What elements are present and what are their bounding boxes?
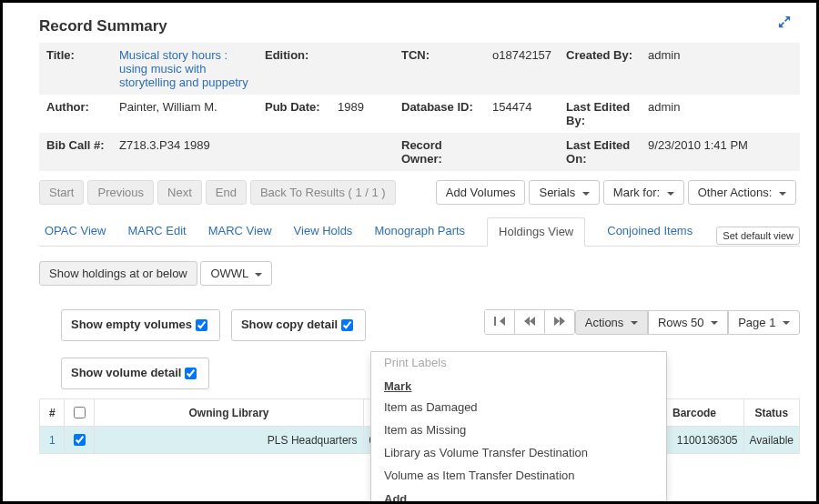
edition-label: Edition: [258, 43, 330, 95]
col-num-header[interactable]: # [40, 399, 65, 427]
caret-down-icon [779, 192, 786, 196]
caret-down-icon [631, 321, 638, 325]
col-select-all[interactable] [65, 399, 95, 427]
show-copy-detail-checkbox[interactable] [341, 319, 353, 331]
show-copy-detail-toggle[interactable]: Show copy detail [231, 309, 366, 341]
page-next-button[interactable] [545, 310, 574, 334]
row-select-checkbox[interactable] [74, 434, 86, 446]
dbid-value: 154474 [485, 95, 559, 133]
record-nav-group: Start Previous Next End Back To Results … [39, 180, 399, 205]
lastedit-by-value: admin [641, 95, 800, 133]
menu-item-lib-vol-xfer[interactable]: Library as Volume Transfer Destination [371, 441, 666, 464]
grid-pager [484, 309, 575, 335]
created-by-value: admin [641, 43, 800, 95]
other-actions-dropdown[interactable]: Other Actions: [688, 180, 796, 205]
previous-button[interactable]: Previous [87, 180, 154, 205]
created-by-label: Created By: [559, 43, 641, 95]
show-empty-volumes-checkbox[interactable] [196, 319, 207, 331]
prev-icon [524, 317, 535, 326]
record-owner-value [485, 133, 559, 171]
menu-header-add: Add [371, 487, 666, 504]
mark-for-dropdown[interactable]: Mark for: [603, 180, 684, 205]
record-action-group: Add Volumes Serials Mark for: Other Acti… [436, 180, 800, 205]
title-label: Title: [39, 43, 112, 95]
lastedit-by-label: Last Edited By: [559, 95, 641, 133]
tab-holdings-view[interactable]: Holdings View [487, 217, 585, 247]
lastedit-on-value: 9/23/2010 1:41 PM [641, 133, 800, 171]
back-to-results-button[interactable]: Back To Results ( 1 / 1 ) [250, 180, 396, 205]
org-selector-dropdown[interactable]: OWWL [200, 261, 272, 286]
title-link[interactable]: Musical story hours : using music with s… [119, 48, 248, 89]
end-button[interactable]: End [206, 180, 247, 205]
show-empty-volumes-toggle[interactable]: Show empty volumes [61, 309, 220, 341]
rows-dropdown[interactable]: Rows 50 [648, 310, 728, 335]
serials-dropdown[interactable]: Serials [529, 180, 599, 205]
col-status-header[interactable]: Status [743, 399, 799, 427]
tcn-value: o18742157 [485, 43, 559, 95]
caret-down-icon [255, 273, 262, 277]
lastedit-on-label: Last Edited On: [559, 133, 641, 171]
row-status: Available [743, 427, 799, 454]
actions-menu[interactable]: Print Labels Mark Item as Damaged Item a… [370, 351, 667, 504]
menu-header-mark: Mark [371, 374, 666, 396]
next-icon [554, 317, 565, 326]
tcn-label: TCN: [394, 43, 485, 95]
select-all-checkbox[interactable] [74, 407, 86, 418]
page-prev-button[interactable] [515, 310, 545, 334]
menu-item-vol-item-xfer[interactable]: Volume as Item Transfer Destination [371, 464, 666, 487]
record-tabs: OPAC View MARC Edit MARC View View Holds… [39, 217, 800, 247]
add-volumes-button[interactable]: Add Volumes [436, 180, 526, 205]
start-button[interactable]: Start [39, 180, 84, 205]
tab-view-holds[interactable]: View Holds [294, 217, 353, 246]
collapse-icon[interactable] [778, 15, 791, 31]
menu-item-missing[interactable]: Item as Missing [371, 418, 666, 441]
author-value: Painter, William M. [112, 95, 258, 133]
tab-conjoined-items[interactable]: Conjoined Items [607, 217, 693, 246]
show-volume-detail-checkbox[interactable] [185, 368, 197, 379]
menu-item-damaged[interactable]: Item as Damaged [371, 396, 666, 418]
tab-marc-view[interactable]: MARC View [208, 217, 272, 246]
bibcall-value: Z718.3.P34 1989 [112, 133, 258, 171]
caret-down-icon [711, 321, 718, 325]
caret-down-icon [667, 192, 674, 196]
page-dropdown[interactable]: Page 1 [728, 310, 800, 335]
tab-monograph-parts[interactable]: Monograph Parts [374, 217, 465, 246]
tab-marc-edit[interactable]: MARC Edit [127, 217, 186, 246]
edition-value [330, 43, 394, 95]
caret-down-icon [582, 192, 590, 196]
next-button[interactable]: Next [157, 180, 202, 205]
show-volume-detail-toggle[interactable]: Show volume detail [61, 358, 209, 389]
show-holdings-at-label: Show holdings at or below [39, 261, 197, 286]
record-owner-label: Record Owner: [394, 133, 485, 171]
pubdate-value: 1989 [330, 95, 394, 133]
bibcall-label: Bib Call #: [39, 133, 112, 171]
pubdate-label: Pub Date: [258, 95, 330, 133]
caret-down-icon [783, 321, 790, 325]
page-first-button[interactable] [485, 310, 515, 334]
dbid-label: Database ID: [394, 95, 485, 133]
grid-actions-dropdown[interactable]: Actions [575, 310, 648, 335]
first-icon [494, 317, 505, 326]
record-summary-table: Title: Musical story hours : using music… [39, 43, 800, 171]
set-default-view-button[interactable]: Set default view [716, 227, 800, 245]
page-title: Record Summary [39, 17, 800, 35]
menu-item-print-labels[interactable]: Print Labels [371, 356, 666, 374]
tab-opac-view[interactable]: OPAC View [45, 217, 106, 246]
row-owning-library: PLS Headquarters [95, 427, 363, 454]
col-owning-library-header[interactable]: Owning Library [95, 399, 363, 427]
row-num: 1 [40, 427, 65, 454]
author-label: Author: [39, 95, 112, 133]
